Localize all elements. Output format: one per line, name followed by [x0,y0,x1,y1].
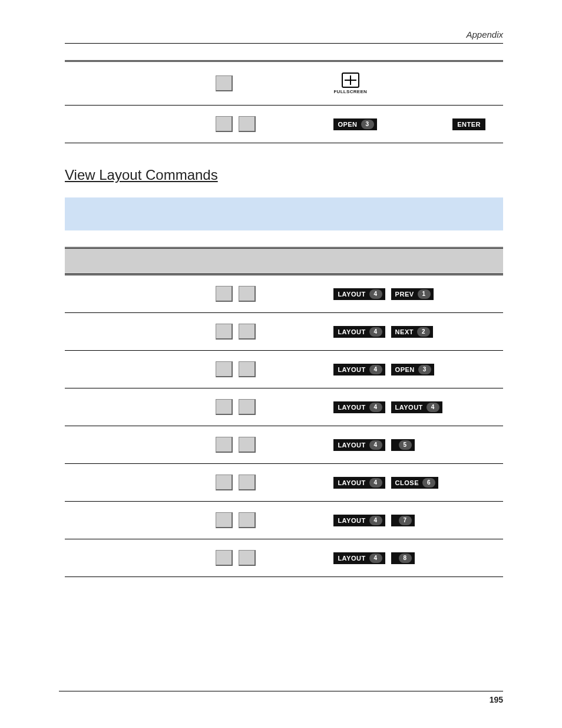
table-header-row [65,248,503,275]
remote-key: LAYOUT4 [333,552,385,564]
keycap-icon [239,286,256,302]
table-row: LAYOUT4NEXT2 [65,313,503,351]
keyboard-cell [210,539,328,577]
remote-key: NEXT2 [391,326,433,338]
keycap-icon [216,324,233,340]
col-header-1 [65,248,210,275]
remote-key: 7 [391,515,415,526]
cmd-cell [65,351,210,388]
remote-key-number: 8 [399,554,412,563]
keyboard-cell [210,388,328,426]
remote-key-number: 4 [369,478,382,487]
keyboard-cell [210,275,328,313]
remote-key-number: 7 [399,516,412,525]
remote-key: LAYOUT4 [333,364,385,375]
keycap-icon [239,116,256,132]
table-row: LAYOUT4LAYOUT4 [65,388,503,426]
keycap-icon [239,399,256,415]
highlight-bar [65,197,503,230]
section-title: View Layout Commands [65,167,503,183]
remote-key: OPEN3 [391,364,434,375]
cmd-cell [65,275,210,313]
remote-cell: LAYOUT4NEXT2 [328,313,503,351]
remote-key: LAYOUT4 [333,288,385,300]
remote-cell: LAYOUT4LAYOUT4 [328,388,503,426]
remote-key: LAYOUT4 [333,477,385,489]
remote-cell: LAYOUT4CLOSE6 [328,464,503,502]
fullscreen-icon: FULLSCREEN [333,73,367,94]
keycap-icon [216,475,233,490]
remote-key-number: 3 [418,365,431,374]
page-footer: 195 [59,691,503,704]
remote-key-number: 2 [417,327,430,337]
remote-key: LAYOUT4 [333,401,385,413]
table-row: OPEN3ENTER [65,106,503,143]
remote-key: 5 [391,439,415,451]
remote-cell: OPEN3ENTER [328,106,503,143]
top-table: FULLSCREENOPEN3ENTER [65,60,503,143]
keycap-icon [239,324,256,340]
keycap-icon [216,550,233,566]
keycap-icon [216,361,233,377]
cmd-cell [65,426,210,464]
table-row: LAYOUT45 [65,426,503,464]
fullscreen-icon-label: FULLSCREEN [333,89,367,94]
cmd-cell [65,313,210,351]
page: Appendix FULLSCREENOPEN3ENTER View Layou… [0,0,562,728]
remote-key-number: 4 [369,327,382,337]
cmd-cell [65,61,210,106]
keycap-icon [216,437,233,453]
remote-key-number: 4 [369,289,382,299]
keycap-icon [239,512,256,528]
table-row: LAYOUT48 [65,539,503,577]
remote-key-number: 4 [369,403,382,412]
remote-key-number: 6 [422,478,435,487]
keycap-icon [239,550,256,566]
remote-key: LAYOUT4 [333,326,385,338]
remote-key: 8 [391,552,415,564]
cmd-cell [65,464,210,502]
remote-key-number: 4 [427,403,439,412]
remote-key: LAYOUT4 [333,515,385,526]
remote-cell: LAYOUT4OPEN3 [328,351,503,388]
cmd-cell [65,388,210,426]
cmd-cell [65,539,210,577]
keyboard-cell [210,426,328,464]
remote-cell: LAYOUT45 [328,426,503,464]
keyboard-cell [210,502,328,539]
remote-key-number: 3 [361,120,374,129]
remote-key-number: 5 [399,440,412,450]
remote-key-number: 4 [369,365,382,374]
keycap-icon [239,437,256,453]
keyboard-cell [210,106,328,143]
remote-key: OPEN3 [333,118,376,130]
remote-key-number: 4 [369,440,382,450]
col-header-3 [328,248,503,275]
remote-key: LAYOUT4 [391,401,442,413]
keycap-icon [216,116,233,132]
remote-cell: LAYOUT48 [328,539,503,577]
keyboard-cell [210,313,328,351]
keycap-icon [239,361,256,377]
keycap-icon [216,512,233,528]
keyboard-cell [210,61,328,106]
keycap-icon [216,286,233,302]
remote-cell: LAYOUT47 [328,502,503,539]
remote-key-number: 1 [418,289,431,299]
table-row: LAYOUT4CLOSE6 [65,464,503,502]
keycap-icon [216,75,233,91]
col-header-2 [210,248,328,275]
table-row: LAYOUT4OPEN3 [65,351,503,388]
remote-key-number: 4 [369,516,382,525]
cmd-cell [65,502,210,539]
table-row: LAYOUT47 [65,502,503,539]
keyboard-cell [210,351,328,388]
remote-key-number: 4 [369,554,382,563]
table-row: LAYOUT4PREV1 [65,275,503,313]
keycap-icon [216,399,233,415]
remote-cell: LAYOUT4PREV1 [328,275,503,313]
page-number: 195 [490,695,503,704]
layout-table: LAYOUT4PREV1LAYOUT4NEXT2LAYOUT4OPEN3LAYO… [65,247,503,577]
remote-key: CLOSE6 [391,477,438,489]
table-row: FULLSCREEN [65,61,503,106]
